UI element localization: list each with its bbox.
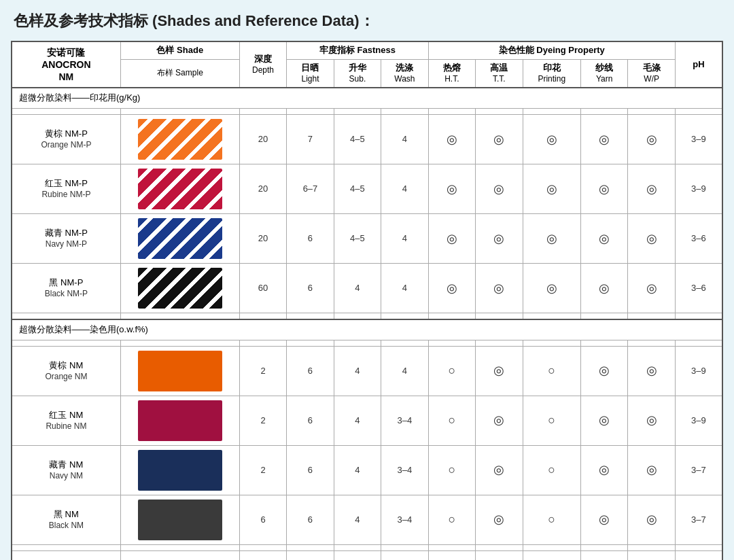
ht-cell: ◎	[428, 115, 475, 164]
wp-cell: ◎	[628, 347, 675, 396]
wp-cell: ◎	[628, 164, 675, 214]
section-header-1: 超微分散染料——染色用(o.w.f%)	[12, 319, 722, 340]
wash-cell: 4	[381, 164, 428, 214]
final-empty-row	[12, 551, 722, 560]
ht-cell: ○	[428, 495, 475, 545]
printing-header: 印花 Printing	[523, 59, 580, 88]
light-cell: 6	[287, 396, 334, 446]
ph-cell: 3–9	[675, 115, 722, 164]
product-name-cell: 黑 NMBlack NM	[12, 495, 120, 545]
wash-cell: 3–4	[381, 396, 428, 446]
shade-sub-header: 布样 Sample	[120, 59, 239, 88]
ht-cell: ○	[428, 347, 475, 396]
ht-cell: ◎	[428, 214, 475, 264]
sub-cell: 4	[334, 396, 381, 446]
ht-header: 热熔 H.T.	[428, 59, 475, 88]
ph-cell: 3–9	[675, 164, 722, 214]
swatch-cell	[120, 264, 239, 313]
wp-cell: ◎	[628, 214, 675, 264]
tt-cell: ◎	[476, 347, 523, 396]
depth-header: 深度 Depth	[239, 41, 286, 88]
yarn-header: 纱线 Yarn	[581, 59, 628, 88]
tt-cell: ◎	[476, 396, 523, 446]
sub-cell: 4	[334, 347, 381, 396]
depth-cell: 2	[239, 446, 286, 495]
table-row: 红玉 NMRubine NM2643–4○◎○◎◎3–9	[12, 396, 722, 446]
depth-cell: 20	[239, 115, 286, 164]
spacer-row	[12, 340, 722, 347]
header-row-1: 安诺可隆 ANOCRON NM 色样 Shade 深度 Depth 牢度指标 F…	[12, 41, 722, 59]
wp-cell: ◎	[628, 446, 675, 495]
wash-header: 洗涤 Wash	[381, 59, 428, 88]
printing-cell: ◎	[523, 264, 580, 313]
product-name-cell: 红玉 NMRubine NM	[12, 396, 120, 446]
data-table: 安诺可隆 ANOCRON NM 色样 Shade 深度 Depth 牢度指标 F…	[11, 41, 723, 560]
wp-cell: ◎	[628, 264, 675, 313]
wp-header: 毛涤 W/P	[628, 59, 675, 88]
table-row: 黑 NMBlack NM6643–4○◎○◎◎3–7	[12, 495, 722, 545]
wash-cell: 3–4	[381, 495, 428, 545]
ht-cell: ○	[428, 396, 475, 446]
ht-cell: ◎	[428, 164, 475, 214]
table-row: 藏青 NM-PNavy NM-P2064–54◎◎◎◎◎3–6	[12, 214, 722, 264]
sub-cell: 4–5	[334, 115, 381, 164]
depth-cell: 20	[239, 214, 286, 264]
yarn-cell: ◎	[581, 264, 628, 313]
tt-cell: ◎	[476, 446, 523, 495]
ph-cell: 3–7	[675, 495, 722, 545]
ph-cell: 3–6	[675, 214, 722, 264]
printing-cell: ○	[523, 347, 580, 396]
light-cell: 6–7	[287, 164, 334, 214]
depth-cell: 2	[239, 396, 286, 446]
ht-cell: ◎	[428, 264, 475, 313]
table-row: 黑 NM-PBlack NM-P60644◎◎◎◎◎3–6	[12, 264, 722, 313]
light-cell: 6	[287, 446, 334, 495]
section-header-0: 超微分散染料——印花用(g/Kg)	[12, 88, 722, 108]
printing-cell: ○	[523, 446, 580, 495]
depth-cell: 6	[239, 495, 286, 545]
ph-cell: 3–9	[675, 396, 722, 446]
swatch-cell	[120, 214, 239, 264]
wp-cell: ◎	[628, 396, 675, 446]
depth-cell: 20	[239, 164, 286, 214]
fastness-header: 牢度指标 Fastness	[287, 41, 428, 59]
product-name-cell: 黑 NM-PBlack NM-P	[12, 264, 120, 313]
ht-cell: ○	[428, 446, 475, 495]
yarn-cell: ◎	[581, 347, 628, 396]
printing-cell: ◎	[523, 164, 580, 214]
tt-cell: ◎	[476, 264, 523, 313]
sub-cell: 4	[334, 495, 381, 545]
table-row: 红玉 NM-PRubine NM-P206–74–54◎◎◎◎◎3–9	[12, 164, 722, 214]
light-cell: 7	[287, 115, 334, 164]
yarn-cell: ◎	[581, 214, 628, 264]
yarn-cell: ◎	[581, 495, 628, 545]
product-name-cell: 藏青 NM-PNavy NM-P	[12, 214, 120, 264]
wash-cell: 4	[381, 115, 428, 164]
ph-cell: 3–7	[675, 446, 722, 495]
printing-cell: ○	[523, 495, 580, 545]
tt-cell: ◎	[476, 495, 523, 545]
printing-cell: ◎	[523, 214, 580, 264]
sub-header: 升华 Sub.	[334, 59, 381, 88]
swatch-cell	[120, 347, 239, 396]
tt-cell: ◎	[476, 115, 523, 164]
yarn-cell: ◎	[581, 446, 628, 495]
swatch-cell	[120, 396, 239, 446]
sub-cell: 4	[334, 264, 381, 313]
light-cell: 6	[287, 495, 334, 545]
wash-cell: 4	[381, 214, 428, 264]
swatch-cell	[120, 164, 239, 214]
wash-cell: 3–4	[381, 446, 428, 495]
yarn-cell: ◎	[581, 115, 628, 164]
swatch-cell	[120, 446, 239, 495]
wp-cell: ◎	[628, 495, 675, 545]
spacer-row	[12, 545, 722, 551]
swatch-cell	[120, 495, 239, 545]
printing-cell: ○	[523, 396, 580, 446]
depth-cell: 2	[239, 347, 286, 396]
product-header: 安诺可隆 ANOCRON NM	[12, 41, 120, 88]
sub-cell: 4	[334, 446, 381, 495]
product-name-cell: 黄棕 NMOrange NM	[12, 347, 120, 396]
wash-cell: 4	[381, 347, 428, 396]
shade-header: 色样 Shade	[120, 41, 239, 59]
